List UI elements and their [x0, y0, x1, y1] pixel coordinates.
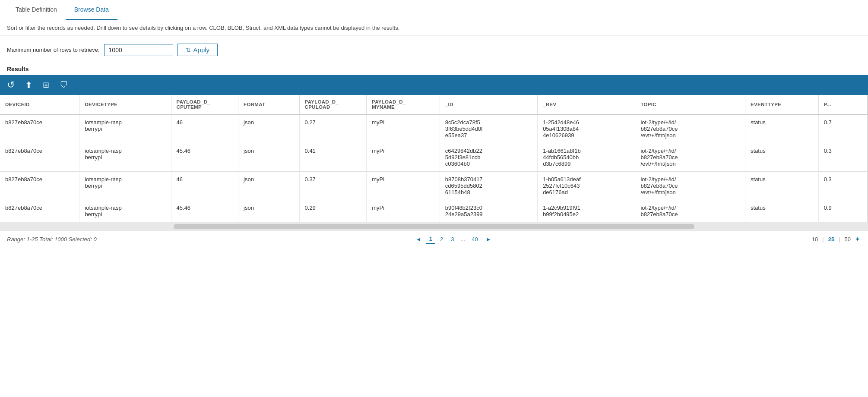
pagination-ellipsis: ...	[459, 236, 467, 243]
range-text: Range: 1-25 Total: 1000 Selected: 0	[7, 236, 97, 243]
page-40-button[interactable]: 40	[469, 235, 481, 243]
table-cell: 0.7	[818, 114, 867, 143]
table-cell: status	[745, 143, 819, 172]
col-header-format[interactable]: FORMAT	[238, 95, 299, 114]
table-cell: json	[238, 172, 299, 200]
page-size-50[interactable]: 50	[843, 236, 852, 243]
page-3-button[interactable]: 3	[448, 235, 457, 243]
horizontal-scrollbar-wrap[interactable]	[0, 222, 868, 231]
table-cell: json	[238, 114, 299, 143]
col-header-eventtype[interactable]: EVENTTYPE	[745, 95, 819, 114]
table-cell: 1-ab1661a8f1b44fdb56540bbd3b7c6899	[538, 143, 635, 172]
page-1-button[interactable]: 1	[426, 235, 435, 244]
table-cell: c6429842db225d92f3e81ccbc03604b0	[440, 143, 537, 172]
table-cell: 1-a2c9b919f91b99f2b0495e2	[538, 200, 635, 222]
data-table-wrap: DEVICEID DEVICETYPE PAYLOAD_D_CPUTEMP FO…	[0, 95, 868, 222]
table-cell: 0.27	[299, 114, 367, 143]
table-cell: iot-2/type/+/id/b827eb8a70ce/evt/+/fmt/j…	[635, 143, 745, 172]
table-cell: b827eb8a70ce	[0, 114, 79, 143]
col-header-cpuTemp[interactable]: PAYLOAD_D_CPUTEMP	[171, 95, 238, 114]
table-cell: status	[745, 200, 819, 222]
table-cell: 46	[171, 114, 238, 143]
page-size-selector: 10 | 25 | 50 ✦	[811, 236, 861, 243]
table-cell: iotsample-raspberrypi	[79, 200, 171, 222]
tab-table-definition[interactable]: Table Definition	[7, 0, 66, 20]
max-rows-label: Maximum number of rows to retrieve:	[7, 47, 100, 53]
table-cell: myPi	[367, 200, 440, 222]
page-size-10[interactable]: 10	[811, 236, 819, 243]
table-cell: myPi	[367, 143, 440, 172]
tab-browse-data[interactable]: Browse Data	[66, 0, 117, 20]
table-cell: b90f48b2f23c024e29a5a2399	[440, 200, 537, 222]
table-cell: 46	[171, 172, 238, 200]
refresh-icon[interactable]: ↺	[7, 79, 15, 91]
table-cell: myPi	[367, 114, 440, 143]
col-header-cpuLoad[interactable]: PAYLOAD_D_CPULOAD	[299, 95, 367, 114]
table-cell: b8708b370417cd6595dd580261154b48	[440, 172, 537, 200]
table-row[interactable]: b827eb8a70ceiotsample-raspberrypi45.46js…	[0, 200, 868, 222]
table-cell: iotsample-raspberrypi	[79, 143, 171, 172]
grid-icon[interactable]: ⊞	[43, 80, 49, 90]
table-row[interactable]: b827eb8a70ceiotsample-raspberrypi46json0…	[0, 172, 868, 200]
table-cell: iot-2/type/+/id/b827eb8a70ce/evt/+/fmt/j…	[635, 172, 745, 200]
table-cell: 1-2542d48e4605a4f1308a844e10626939	[538, 114, 635, 143]
table-cell: 0.3	[818, 143, 867, 172]
table-row[interactable]: b827eb8a70ceiotsample-raspberrypi45.46js…	[0, 143, 868, 172]
table-cell: 0.29	[299, 200, 367, 222]
table-cell: 1-b05a613deaf2527fcf10c643de6176ad	[538, 172, 635, 200]
table-cell: iot-2/type/+/id/b827eb8a70ce/evt/+/fmt/j…	[635, 114, 745, 143]
col-header-extra[interactable]: P...	[818, 95, 867, 114]
horizontal-scrollbar[interactable]	[174, 224, 694, 229]
table-toolbar: ↺ ⬆ ⊞ ⛉	[0, 75, 868, 95]
pagination: ◄ 1 2 3 ... 40 ►	[413, 235, 494, 244]
page-2-button[interactable]: 2	[437, 235, 446, 243]
table-cell: status	[745, 172, 819, 200]
table-cell: iotsample-raspberrypi	[79, 172, 171, 200]
table-cell: 45.46	[171, 200, 238, 222]
tab-bar: Table Definition Browse Data	[0, 0, 868, 20]
col-header-rev[interactable]: _REV	[538, 95, 635, 114]
page-size-star: ✦	[854, 236, 861, 243]
table-cell: status	[745, 114, 819, 143]
table-cell: iotsample-raspberrypi	[79, 114, 171, 143]
table-cell: 45.46	[171, 143, 238, 172]
table-cell: 0.37	[299, 172, 367, 200]
info-bar: Sort or filter the records as needed. Dr…	[0, 20, 868, 36]
next-page-button[interactable]: ►	[483, 235, 494, 243]
table-cell: 0.41	[299, 143, 367, 172]
table-header-row: DEVICEID DEVICETYPE PAYLOAD_D_CPUTEMP FO…	[0, 95, 868, 114]
table-cell: 8c5c2dca78f53f63be5dd4d0fe55ea37	[440, 114, 537, 143]
col-header-devicetype[interactable]: DEVICETYPE	[79, 95, 171, 114]
footer: Range: 1-25 Total: 1000 Selected: 0 ◄ 1 …	[0, 231, 868, 247]
apply-button[interactable]: ⇅ Apply	[177, 44, 218, 56]
col-header-myname[interactable]: PAYLOAD_D_MYNAME	[367, 95, 440, 114]
table-cell: 0.9	[818, 200, 867, 222]
table-cell: b827eb8a70ce	[0, 172, 79, 200]
table-cell: myPi	[367, 172, 440, 200]
table-cell: 0.3	[818, 172, 867, 200]
col-header-id[interactable]: _ID	[440, 95, 537, 114]
controls-row: Maximum number of rows to retrieve: ⇅ Ap…	[0, 36, 868, 64]
table-row[interactable]: b827eb8a70ceiotsample-raspberrypi46json0…	[0, 114, 868, 143]
table-cell: iot-2/type/+/id/b827eb8a70ce	[635, 200, 745, 222]
table-body: b827eb8a70ceiotsample-raspberrypi46json0…	[0, 114, 868, 222]
export-icon[interactable]: ⬆	[25, 80, 32, 90]
max-rows-input[interactable]	[104, 44, 173, 56]
prev-page-button[interactable]: ◄	[413, 235, 424, 243]
table-cell: json	[238, 143, 299, 172]
col-header-topic[interactable]: TOPIC	[635, 95, 745, 114]
data-table: DEVICEID DEVICETYPE PAYLOAD_D_CPUTEMP FO…	[0, 95, 868, 222]
spinner-icon: ⇅	[186, 47, 191, 54]
filter-icon[interactable]: ⛉	[60, 80, 68, 90]
page-size-25[interactable]: 25	[827, 236, 836, 243]
table-cell: json	[238, 200, 299, 222]
table-cell: b827eb8a70ce	[0, 143, 79, 172]
col-header-deviceid[interactable]: DEVICEID	[0, 95, 79, 114]
results-label: Results	[0, 64, 868, 75]
table-cell: b827eb8a70ce	[0, 200, 79, 222]
